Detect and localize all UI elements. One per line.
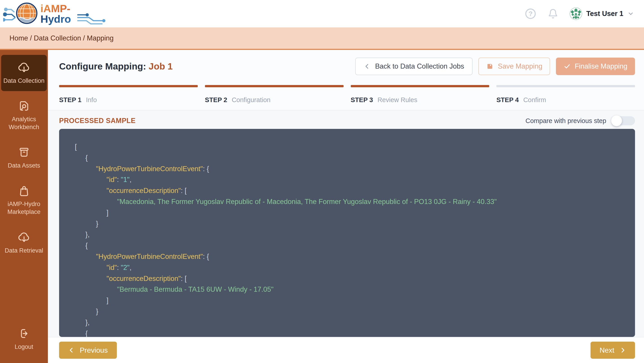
- sidebar-item-analytics-workbench[interactable]: Analytics Workbench: [1, 93, 47, 137]
- next-button[interactable]: Next: [590, 342, 635, 359]
- sidebar-item-data-assets[interactable]: Data Assets: [1, 140, 47, 176]
- step-3[interactable]: STEP 3 Review Rules: [351, 85, 490, 104]
- toggle-knob: [611, 115, 622, 126]
- code-line: "occurrenceDescription": [: [75, 273, 626, 284]
- user-name: Test User 1: [586, 10, 623, 18]
- code-line: }: [75, 306, 626, 317]
- code-line: }: [75, 218, 626, 229]
- code-line: ]: [75, 207, 626, 218]
- page-title: Configure Mapping: Job 1: [59, 61, 173, 72]
- code-line: },: [75, 317, 626, 328]
- circuit-lines-right: [77, 13, 106, 24]
- step-4[interactable]: STEP 4 Confirm: [496, 85, 635, 104]
- check-icon: [564, 63, 571, 70]
- page-header: Configure Mapping: Job 1 Back to Data Co…: [48, 50, 644, 110]
- notifications-bell-icon[interactable]: [547, 8, 559, 20]
- code-line: {: [75, 240, 626, 251]
- compare-toggle[interactable]: [612, 116, 635, 125]
- logout-icon: [18, 327, 30, 340]
- code-line: [: [75, 141, 626, 153]
- code-line: ]: [75, 295, 626, 306]
- avatar: [570, 8, 582, 20]
- app-logo: iAMP- Hydro: [3, 1, 109, 27]
- logo-text-line1: iAMP-: [40, 3, 70, 15]
- step-progress-bar: [205, 85, 344, 87]
- step-2[interactable]: STEP 2 Configuration: [205, 85, 344, 104]
- sidebar-item-logout[interactable]: Logout: [1, 321, 47, 357]
- archive-box-icon: [18, 146, 30, 159]
- sidebar-spacer: [0, 263, 48, 321]
- breadcrumb[interactable]: Home / Data Collection / Mapping: [10, 34, 114, 42]
- code-line: "id": "2",: [75, 262, 626, 273]
- stepper: STEP 1 Info STEP 2 Configuration STEP 3: [59, 85, 635, 104]
- finalise-mapping-button[interactable]: Finalise Mapping: [556, 58, 635, 75]
- step-progress-bar: [496, 85, 635, 87]
- code-line: "occurrenceDescription": [: [75, 185, 626, 196]
- code-line: "HydroPowerTurbineControlEvent": {: [75, 251, 626, 262]
- code-line: "Bermuda - Bermuda - TA15 6UW - Windy - …: [75, 284, 626, 295]
- chevron-down-icon: [627, 10, 634, 17]
- breadcrumb-bar: Home / Data Collection / Mapping: [0, 28, 644, 50]
- compare-toggle-label: Compare with previous step: [526, 117, 606, 125]
- document-search-icon: [18, 100, 30, 112]
- logo-text-line2: Hydro: [40, 13, 71, 25]
- back-to-jobs-button[interactable]: Back to Data Collection Jobs: [355, 58, 472, 75]
- code-line: "Macedonia, The Former Yugoslav Republic…: [75, 196, 626, 207]
- chevron-left-icon: [68, 347, 75, 353]
- cloud-download-icon: [18, 61, 30, 74]
- sidebar-item-marketplace[interactable]: iAMP-Hydro Marketplace: [1, 178, 47, 222]
- step-progress-bar: [351, 85, 490, 87]
- content-area: PROCESSED SAMPLE Compare with previous s…: [48, 110, 644, 337]
- previous-button[interactable]: Previous: [59, 342, 117, 359]
- job-name: Job 1: [149, 61, 173, 72]
- help-icon[interactable]: ?: [525, 8, 536, 20]
- code-line: "HydroPowerTurbineControlEvent": {: [75, 164, 626, 175]
- section-title: PROCESSED SAMPLE: [59, 117, 136, 125]
- logo-globe-icon: [16, 3, 37, 24]
- code-line: },: [75, 229, 626, 240]
- wizard-footer: Previous Next: [48, 337, 644, 363]
- save-mapping-button[interactable]: Save Mapping: [478, 58, 550, 75]
- cloud-download-icon: [18, 231, 30, 244]
- user-menu[interactable]: Test User 1: [570, 8, 634, 20]
- save-icon: [486, 63, 494, 70]
- step-1[interactable]: STEP 1 Info: [59, 85, 198, 104]
- top-header: iAMP- Hydro ?: [0, 0, 644, 28]
- code-line: {: [75, 328, 626, 337]
- sidebar-item-data-retrieval[interactable]: Data Retrieval: [1, 225, 47, 261]
- processed-sample-code[interactable]: [{"HydroPowerTurbineControlEvent": {"id"…: [59, 129, 635, 337]
- code-line: "id": "1",: [75, 174, 626, 185]
- shopping-bag-icon: [18, 184, 30, 197]
- sidebar: Data Collection Analytics Workbench Data…: [0, 50, 48, 363]
- chevron-left-icon: [364, 63, 370, 70]
- sidebar-item-data-collection[interactable]: Data Collection: [1, 55, 47, 91]
- step-progress-bar: [59, 85, 198, 87]
- chevron-right-icon: [619, 347, 626, 353]
- code-line: {: [75, 153, 626, 164]
